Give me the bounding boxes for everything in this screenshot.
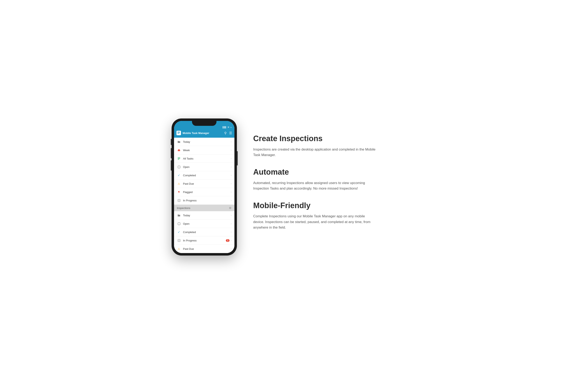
phone-screen: ▌▌▌ ⌘ ▭ xyxy=(174,121,234,253)
mobile-friendly-title: Mobile-Friendly xyxy=(253,201,416,210)
list-item-week[interactable]: Week › xyxy=(174,146,234,154)
in-progress-badge: 1 xyxy=(226,239,230,242)
list-item-past-due[interactable]: ⚠ Past Due › xyxy=(174,180,234,188)
insp-completed-label: Completed xyxy=(183,231,231,234)
all-tasks-label: All Tasks xyxy=(183,157,231,160)
battery-icon: ▭ xyxy=(230,126,232,128)
app-header-left: Mobile Task Manager xyxy=(177,131,209,135)
list-item-in-progress[interactable]: In Progress › xyxy=(174,196,234,205)
checkbox-empty-icon xyxy=(177,222,181,226)
warning-icon: ⚠ xyxy=(177,247,181,251)
insp-past-due-label: Past Due xyxy=(183,247,231,250)
chevron-icon: › xyxy=(231,247,231,250)
inspections-list-item-open[interactable]: Open › xyxy=(174,220,234,228)
mobile-friendly-desc: Complete Inspections using our Mobile Ta… xyxy=(253,213,376,230)
today-label: Today xyxy=(183,140,231,143)
chevron-icon: › xyxy=(231,231,231,233)
create-inspections-desc: Inspections are created via the desktop … xyxy=(253,147,376,158)
automate-title: Automate xyxy=(253,167,416,177)
chevron-icon: › xyxy=(231,199,231,202)
svg-rect-0 xyxy=(178,132,180,132)
inspections-list-item-today[interactable]: Today › xyxy=(174,211,234,220)
inspections-list-section: Today › Open › ✓ Completed xyxy=(174,211,234,253)
signal-icon: ▌▌▌ xyxy=(223,126,227,128)
svg-rect-8 xyxy=(178,159,179,160)
svg-rect-2 xyxy=(178,133,179,134)
inspections-list-item-past-due[interactable]: ⚠ Past Due › xyxy=(174,245,234,253)
completed-label: Completed xyxy=(183,174,231,177)
phone-side-btn-silent xyxy=(171,139,172,145)
feature-block-create: Create Inspections Inspections are creat… xyxy=(253,134,416,158)
app-header: Mobile Task Manager ⚲ ☰ xyxy=(174,129,234,138)
phone-mockup: ▌▌▌ ⌘ ▭ xyxy=(172,119,237,255)
phone-side-btn-vol-down xyxy=(171,160,172,171)
inspections-list-item-in-progress[interactable]: In Progress 1 › xyxy=(174,236,234,245)
all-tasks-icon xyxy=(177,156,181,161)
chevron-icon: › xyxy=(231,222,231,225)
app-header-right: ⚲ ☰ xyxy=(224,131,232,135)
chevron-icon: › xyxy=(231,149,231,152)
svg-rect-5 xyxy=(178,150,180,151)
chevron-icon: › xyxy=(231,191,231,193)
chevron-icon: › xyxy=(231,182,231,185)
menu-icon[interactable]: ☰ xyxy=(229,131,232,135)
chevron-icon: › xyxy=(231,140,231,143)
inspections-header-label: Inspections xyxy=(177,207,190,209)
progress-icon xyxy=(177,198,181,202)
open-label: Open xyxy=(183,165,231,168)
create-inspections-title: Create Inspections xyxy=(253,134,416,143)
warning-icon: ⚠ xyxy=(177,182,181,186)
insp-in-progress-label: In Progress xyxy=(183,239,226,242)
week-label: Week xyxy=(183,149,231,152)
progress-icon xyxy=(177,238,181,242)
feature-block-mobile: Mobile-Friendly Complete Inspections usi… xyxy=(253,201,416,230)
checkmark-icon: ✓ xyxy=(177,173,181,177)
wifi-icon: ⌘ xyxy=(228,126,229,128)
svg-rect-9 xyxy=(178,166,180,168)
svg-rect-4 xyxy=(178,149,179,150)
list-item-flagged[interactable]: ⚑ Flagged › xyxy=(174,188,234,196)
search-icon[interactable]: ⚲ xyxy=(224,131,227,135)
in-progress-label: In Progress xyxy=(183,199,231,202)
app-title-label: Mobile Task Manager xyxy=(183,132,209,135)
list-item-open[interactable]: Open › xyxy=(174,163,234,171)
briefcase-icon xyxy=(177,148,181,152)
insp-today-label: Today xyxy=(183,214,231,217)
gear-icon[interactable]: ⚙ xyxy=(229,206,231,209)
phone-wrapper: ▌▌▌ ⌘ ▭ xyxy=(172,119,237,255)
page-container: ▌▌▌ ⌘ ▭ xyxy=(172,119,416,255)
list-item-today[interactable]: Today › xyxy=(174,138,234,146)
list-item-all-tasks[interactable]: All Tasks › xyxy=(174,154,234,163)
chevron-icon: › xyxy=(231,157,231,160)
phone-notch xyxy=(192,121,216,126)
chevron-icon: › xyxy=(231,214,231,217)
inspections-list-item-completed[interactable]: ✓ Completed › xyxy=(174,228,234,236)
checkbox-empty-icon xyxy=(177,165,181,169)
feature-block-automate: Automate Automated, recurring Inspection… xyxy=(253,167,416,191)
chevron-icon: › xyxy=(231,239,231,242)
svg-rect-12 xyxy=(178,223,180,225)
folder-icon xyxy=(177,213,181,217)
automate-desc: Automated, recurring Inspections allow a… xyxy=(253,180,376,191)
insp-open-label: Open xyxy=(183,222,231,225)
app-logo-icon xyxy=(177,131,181,135)
status-icons: ▌▌▌ ⌘ ▭ xyxy=(223,126,232,128)
flag-icon: ⚑ xyxy=(177,190,181,194)
inspections-section-header: Inspections ⚙ xyxy=(174,205,234,211)
past-due-label: Past Due xyxy=(183,182,231,185)
content-section: Create Inspections Inspections are creat… xyxy=(253,134,416,240)
svg-rect-7 xyxy=(178,158,180,159)
checkmark-icon: ✓ xyxy=(177,230,181,234)
phone-side-btn-vol-up xyxy=(171,148,172,158)
svg-rect-6 xyxy=(178,157,180,158)
phone-side-btn-power xyxy=(237,151,238,165)
chevron-icon: › xyxy=(231,165,231,168)
task-list-section: Today › Week › xyxy=(174,138,234,205)
folder-icon xyxy=(177,140,181,144)
chevron-icon: › xyxy=(231,174,231,177)
list-item-completed[interactable]: ✓ Completed › xyxy=(174,171,234,180)
flagged-label: Flagged xyxy=(183,191,231,194)
svg-rect-1 xyxy=(178,133,180,133)
